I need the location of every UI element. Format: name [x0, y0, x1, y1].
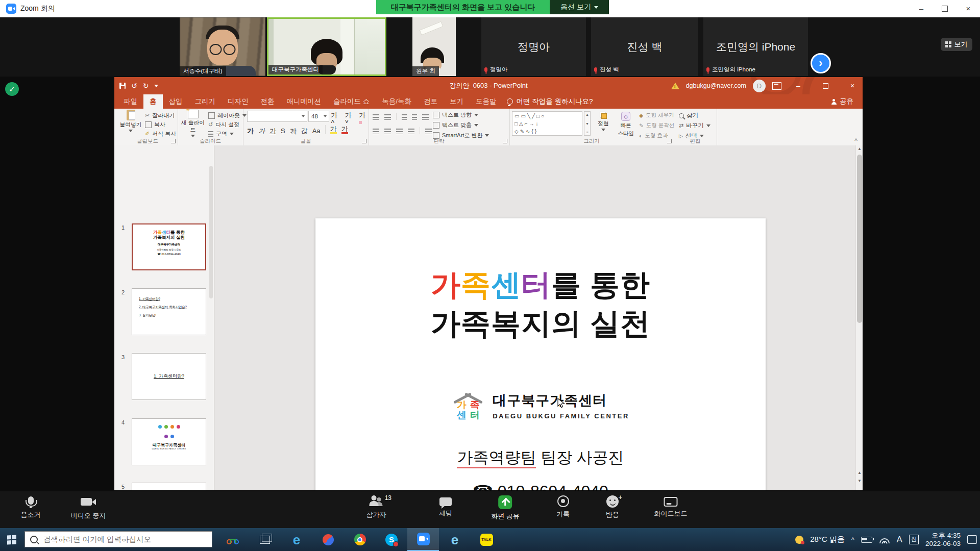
- numbering-icon[interactable]: [384, 114, 391, 120]
- korean-ime-indicator[interactable]: 한: [909, 535, 919, 544]
- ppt-close-button[interactable]: ×: [842, 77, 863, 94]
- line-spacing-icon[interactable]: [422, 114, 429, 120]
- decrease-indent-icon[interactable]: [402, 114, 407, 120]
- tell-me-box[interactable]: 어떤 작업을 원하시나요?: [507, 94, 593, 109]
- arrange-button[interactable]: 정렬: [593, 112, 614, 131]
- account-email[interactable]: dgbukgu@naver.com: [686, 82, 746, 89]
- cut-button[interactable]: ✂잘라내기: [145, 112, 175, 119]
- character-spacing-icon[interactable]: 갅: [301, 128, 308, 134]
- replace-button[interactable]: ⇄바꾸기: [679, 122, 710, 130]
- tab-file[interactable]: 파일: [117, 94, 143, 109]
- taskbar-app-zoom-active[interactable]: [407, 528, 439, 551]
- text-direction-button[interactable]: 텍스트 방향: [433, 111, 478, 119]
- text-shadow-icon[interactable]: 가: [290, 128, 297, 134]
- shapes-gallery-scroll[interactable]: ▲▼≡: [584, 111, 591, 136]
- participant-tile-video[interactable]: 서종수(대구태): [180, 17, 265, 76]
- quick-styles-button[interactable]: ◇ 빠른 스타일: [615, 112, 637, 137]
- tab-home[interactable]: 홈: [143, 94, 163, 109]
- participant-tile-active-speaker[interactable]: 대구북구가족센터: [267, 17, 386, 76]
- view-options-button[interactable]: 옵션 보기: [550, 0, 609, 14]
- next-slide-icon[interactable]: ▼: [856, 479, 863, 483]
- language-a-indicator[interactable]: A: [897, 535, 902, 545]
- font-size-select[interactable]: 48: [308, 111, 329, 122]
- align-center-icon[interactable]: [384, 129, 391, 134]
- warning-icon[interactable]: [671, 83, 679, 89]
- strikethrough-icon[interactable]: S: [281, 128, 285, 134]
- tab-draw[interactable]: 그리기: [189, 94, 222, 109]
- security-check-icon[interactable]: ✓: [5, 82, 19, 96]
- reset-button[interactable]: ↺다시 설정: [208, 121, 239, 129]
- participant-tile-muted[interactable]: 정명아 정명아: [481, 17, 586, 76]
- account-avatar[interactable]: D: [753, 80, 766, 92]
- paste-button[interactable]: 붙여넣기: [118, 110, 143, 132]
- action-center-icon[interactable]: [967, 535, 977, 544]
- taskbar-clock[interactable]: 오후 4:35 2022-06-03: [925, 532, 961, 548]
- dialog-launcher-icon[interactable]: [667, 139, 672, 143]
- panel-scrollbar[interactable]: [209, 166, 213, 298]
- chat-button[interactable]: 채팅: [439, 495, 452, 518]
- start-button[interactable]: [0, 528, 23, 551]
- participant-tile-muted[interactable]: 조민영의 iPhone 조민영의 iPhone: [703, 17, 808, 76]
- reactions-button[interactable]: + 반응: [606, 495, 619, 519]
- undo-icon[interactable]: ↺: [131, 82, 137, 89]
- slide-canvas[interactable]: 가족센터를 통한 가족복지의 실천 가 족 센 터 대구북구가족센터: [315, 218, 766, 490]
- taskbar-app-task-view[interactable]: [249, 528, 281, 551]
- save-icon[interactable]: [119, 83, 126, 89]
- underline-icon[interactable]: 가: [270, 128, 276, 134]
- font-color-icon[interactable]: 가: [341, 126, 348, 134]
- align-right-icon[interactable]: [396, 129, 403, 134]
- ppt-restore-button[interactable]: [815, 77, 836, 94]
- close-button[interactable]: ×: [957, 0, 980, 17]
- next-participants-button[interactable]: ›: [811, 53, 831, 73]
- slide-scrollbar[interactable]: ▲ ▲ ▼: [855, 145, 863, 490]
- layout-button[interactable]: 레이아웃: [208, 112, 247, 119]
- weather-text[interactable]: 28°C 맑음: [810, 535, 845, 544]
- weather-sun-icon[interactable]: [795, 536, 803, 544]
- shape-outline-button[interactable]: ✎도형 윤곽선: [639, 122, 674, 129]
- participants-button[interactable]: 13 참가자: [366, 495, 386, 519]
- change-case-icon[interactable]: Aa: [312, 128, 321, 134]
- stop-video-button[interactable]: 비디오 중지: [60, 495, 116, 520]
- increase-font-icon[interactable]: 가˄: [331, 112, 341, 125]
- new-slide-button[interactable]: 새 슬라이드: [180, 110, 206, 137]
- shapes-gallery[interactable]: ▭▭╲╱□○□△⌐→↓◇✎∿{}: [512, 111, 582, 136]
- columns-icon[interactable]: [425, 129, 432, 134]
- mute-button[interactable]: 음소거: [10, 495, 51, 519]
- align-left-icon[interactable]: [373, 129, 379, 134]
- view-layout-button[interactable]: 보기: [941, 38, 972, 51]
- highlight-color-icon[interactable]: 가: [330, 126, 337, 134]
- dialog-launcher-icon[interactable]: [503, 139, 507, 143]
- dialog-launcher-icon[interactable]: [171, 139, 176, 143]
- collapse-ribbon-icon[interactable]: ^: [854, 137, 857, 144]
- taskbar-app-chrome[interactable]: [344, 528, 376, 551]
- italic-icon[interactable]: 가: [258, 128, 265, 134]
- tab-record[interactable]: 녹음/녹화: [376, 94, 418, 109]
- previous-slide-icon[interactable]: ▲: [856, 470, 863, 475]
- align-text-button[interactable]: 텍스트 맞춤: [433, 121, 478, 129]
- slide-thumbnail-1[interactable]: 가족센터를 통한 가족복지의 실천 대구북구가족센터 가족역량팀 팀장 사공진 …: [132, 223, 206, 270]
- tray-expand-icon[interactable]: ^: [851, 536, 854, 543]
- taskbar-app-kakaotalk[interactable]: TALK: [471, 528, 502, 551]
- slide-thumbnail-2[interactable]: 1. 가족센터란? 2. 대구북구가족센터 특화사업은? 3. 질의응답!: [132, 288, 206, 335]
- slide-thumbnail-5[interactable]: 패밀리넷 (familynet.or.kr) 다문화 가족지원 포털 다누리 (…: [132, 483, 206, 490]
- tab-review[interactable]: 검토: [418, 94, 444, 109]
- taskbar-app-edge-2[interactable]: e: [439, 528, 471, 551]
- find-button[interactable]: 찾기: [679, 112, 698, 119]
- tab-design[interactable]: 디자인: [222, 94, 255, 109]
- font-name-select[interactable]: [247, 111, 307, 122]
- participant-tile-video[interactable]: 원우 최: [412, 17, 456, 76]
- record-button[interactable]: 기록: [556, 495, 570, 519]
- slide-thumbnail-3[interactable]: 1. 가족센터란?: [132, 353, 206, 400]
- taskbar-search[interactable]: [24, 531, 212, 547]
- copy-button[interactable]: 복사: [145, 121, 165, 129]
- participant-tile-muted[interactable]: 진성 백 진성 백: [591, 17, 698, 76]
- redo-icon[interactable]: ↻: [143, 82, 149, 89]
- taskbar-app-edge[interactable]: e: [281, 528, 312, 551]
- tab-animations[interactable]: 애니메이션: [281, 94, 328, 109]
- maximize-button[interactable]: [933, 0, 957, 17]
- justify-icon[interactable]: [408, 129, 414, 134]
- scroll-up-icon[interactable]: ▲: [856, 146, 863, 151]
- tab-view[interactable]: 보기: [444, 94, 470, 109]
- wifi-icon[interactable]: [879, 536, 890, 544]
- taskbar-app-browser[interactable]: [312, 528, 344, 551]
